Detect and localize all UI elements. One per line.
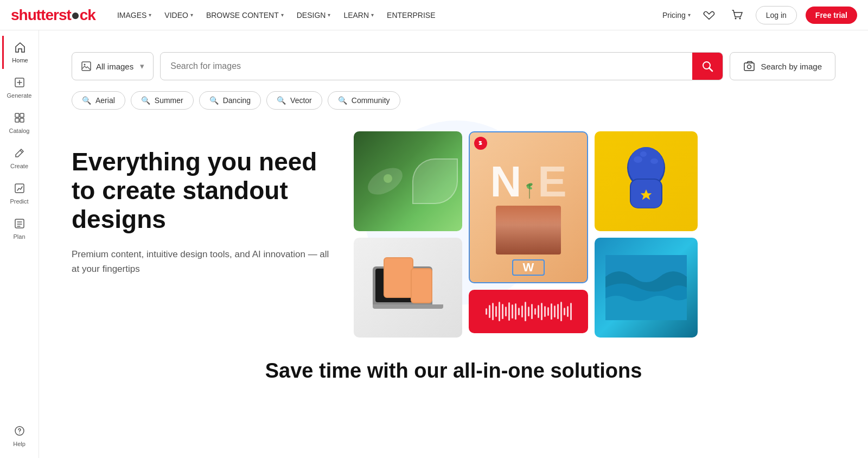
nav-links: IMAGES ▾ VIDEO ▾ BROWSE CONTENT ▾ DESIGN… [112, 8, 662, 23]
sidebar: Home Generate Catalog Crea [0, 30, 39, 458]
shutterstock-s-icon [477, 140, 484, 147]
nav-video[interactable]: VIDEO ▾ [159, 8, 199, 23]
search-type-dropdown[interactable]: All images ▾ [72, 52, 154, 80]
collage-center-col: N E [469, 131, 588, 338]
bottom-section: Save time with our all-in-one solutions [72, 359, 835, 383]
login-button[interactable]: Log in [756, 6, 797, 24]
svg-point-17 [384, 174, 392, 183]
hero-collage: N E [354, 131, 835, 338]
search-icon: 🔍 [209, 96, 219, 105]
chevron-down-icon: ▾ [140, 61, 144, 71]
svg-rect-3 [15, 113, 19, 117]
chevron-down-icon: ▾ [688, 12, 691, 18]
create-icon [14, 147, 25, 161]
nav-enterprise[interactable]: ENTERPRISE [381, 8, 441, 23]
collage-right-col [595, 131, 698, 338]
audio-waveform [486, 301, 572, 322]
svg-point-22 [634, 156, 642, 163]
svg-point-15 [748, 65, 751, 69]
suggestion-summer[interactable]: 🔍 Summer [131, 91, 194, 110]
logo[interactable]: shutterst●ck [11, 7, 95, 24]
chevron-down-icon: ▾ [371, 12, 374, 18]
chevron-down-icon: ▾ [149, 12, 151, 18]
featured-letter-n: N [490, 160, 521, 203]
w-text-box: W [512, 259, 545, 276]
search-icon: 🔍 [141, 96, 150, 105]
home-icon [14, 41, 26, 55]
cart-button[interactable] [727, 5, 747, 25]
predict-icon [14, 182, 25, 196]
featured-badge [474, 137, 487, 150]
search-icon: 🔍 [338, 96, 347, 105]
audio-wave-card [469, 290, 588, 333]
blue-figure-illustration [614, 141, 679, 222]
svg-point-10 [19, 432, 20, 434]
suggestion-dancing[interactable]: 🔍 Dancing [199, 91, 261, 110]
svg-rect-14 [744, 63, 754, 71]
ocean-image-card [595, 238, 698, 338]
cart-icon [731, 9, 743, 21]
hero-subtitle: Premium content, intuitive design tools,… [72, 247, 332, 276]
search-submit-button[interactable] [692, 53, 723, 80]
search-area: All images ▾ Search by image [72, 52, 835, 80]
image-type-icon [81, 61, 92, 72]
nav-browse-content[interactable]: BROWSE CONTENT ▾ [201, 8, 289, 23]
featured-design-card: N E [469, 131, 588, 283]
svg-rect-5 [15, 118, 19, 122]
suggestion-community[interactable]: 🔍 Community [328, 91, 400, 110]
favorites-button[interactable] [699, 5, 719, 25]
hero-title: Everything you need to create standout d… [72, 148, 332, 234]
hero-section: Everything you need to create standout d… [72, 131, 835, 338]
suggestion-pills: 🔍 Aerial 🔍 Summer 🔍 Dancing 🔍 Vector 🔍 C… [72, 91, 835, 110]
svg-rect-6 [20, 118, 24, 122]
sidebar-item-help[interactable]: Help [2, 419, 37, 453]
search-icon [701, 60, 713, 72]
help-icon [14, 425, 25, 438]
free-trial-button[interactable]: Free trial [806, 7, 857, 24]
sidebar-item-generate[interactable]: Generate [2, 71, 37, 104]
collage-left-col [354, 131, 462, 338]
plan-icon [14, 218, 25, 231]
search-input[interactable] [161, 61, 692, 71]
person-image [496, 206, 561, 255]
nav-images[interactable]: IMAGES ▾ [112, 8, 157, 23]
hero-text: Everything you need to create standout d… [72, 131, 332, 276]
top-navigation: shutterst●ck IMAGES ▾ VIDEO ▾ BROWSE CON… [0, 0, 868, 30]
palm-leaf-icon [521, 180, 538, 201]
featured-letter-e: E [538, 160, 566, 203]
search-icon: 🔍 [82, 96, 91, 105]
chevron-down-icon: ▾ [190, 12, 193, 18]
bottom-title: Save time with our all-in-one solutions [72, 359, 835, 383]
sidebar-item-home[interactable]: Home [2, 36, 37, 69]
sidebar-item-catalog[interactable]: Catalog [2, 106, 37, 139]
sidebar-item-predict[interactable]: Predict [2, 177, 37, 210]
suggestion-aerial[interactable]: 🔍 Aerial [72, 91, 125, 110]
pricing-link[interactable]: Pricing ▾ [662, 11, 691, 20]
main-content: All images ▾ Search by image 🔍 Ae [39, 30, 868, 458]
svg-point-0 [735, 17, 736, 19]
nav-design[interactable]: DESIGN ▾ [291, 8, 336, 23]
search-input-container [160, 52, 723, 80]
search-icon: 🔍 [277, 96, 286, 105]
sidebar-item-create[interactable]: Create [2, 142, 37, 175]
search-by-image-button[interactable]: Search by image [730, 52, 835, 80]
generate-icon [14, 77, 25, 90]
heart-icon [703, 10, 715, 21]
sidebar-item-plan[interactable]: Plan [2, 212, 37, 245]
catalog-icon [14, 112, 25, 125]
nav-right: Pricing ▾ Log in Free trial [662, 5, 857, 25]
svg-rect-4 [20, 113, 24, 117]
leaf-illustration [358, 154, 412, 208]
chevron-down-icon: ▾ [328, 12, 330, 18]
svg-point-1 [739, 17, 741, 19]
svg-point-23 [650, 158, 658, 164]
camera-icon [743, 60, 755, 72]
svg-rect-11 [82, 62, 91, 71]
svg-point-24 [640, 151, 647, 157]
svg-point-12 [84, 64, 86, 66]
suggestion-vector[interactable]: 🔍 Vector [266, 91, 322, 110]
blue-figure-card [595, 131, 698, 231]
leaf-image-card [354, 131, 462, 231]
devices-image-card [354, 238, 462, 338]
nav-learn[interactable]: LEARN ▾ [338, 8, 379, 23]
